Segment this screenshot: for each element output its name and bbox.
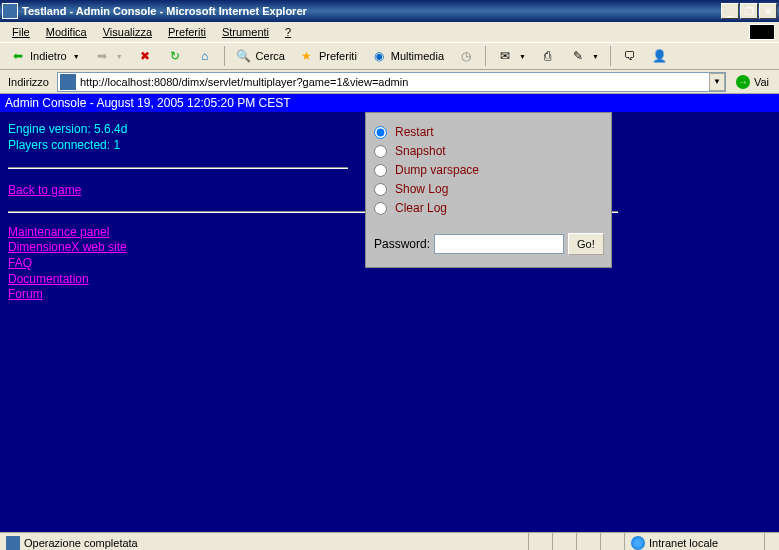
messenger-button[interactable]: 👤 [646, 45, 674, 67]
refresh-icon: ↻ [167, 48, 183, 64]
go-icon: → [736, 75, 750, 89]
address-bar: Indirizzo http://localhost:8080/dimx/ser… [0, 70, 779, 94]
zone-text: Intranet locale [649, 537, 718, 549]
radio-showlog[interactable]: Show Log [374, 182, 603, 196]
media-button[interactable]: ◉Multimedia [365, 45, 450, 67]
search-icon: 🔍 [236, 48, 252, 64]
password-label: Password: [374, 237, 430, 251]
ie-logo [749, 24, 775, 40]
menu-favorites[interactable]: Preferiti [160, 24, 214, 40]
chevron-down-icon: ▼ [592, 53, 599, 60]
menubar: File Modifica Visualizza Preferiti Strum… [0, 22, 779, 42]
radio-snapshot[interactable]: Snapshot [374, 144, 603, 158]
status-pane [601, 533, 625, 550]
statusbar: Operazione completata Intranet locale [0, 532, 779, 550]
chevron-down-icon: ▼ [73, 53, 80, 60]
mail-button[interactable]: ✉▼ [491, 45, 532, 67]
close-button[interactable]: ✕ [759, 3, 777, 19]
page-title: Admin Console - August 19, 2005 12:05:20… [0, 94, 779, 112]
address-label: Indirizzo [4, 76, 53, 88]
menu-view[interactable]: Visualizza [95, 24, 160, 40]
radio-snapshot-input[interactable] [374, 145, 387, 158]
menu-tools[interactable]: Strumenti [214, 24, 277, 40]
password-row: Password: Go! [374, 233, 603, 255]
window-title: Testland - Admin Console - Microsoft Int… [22, 5, 721, 17]
media-icon: ◉ [371, 48, 387, 64]
maintenance-link[interactable]: Maintenance panel [8, 225, 109, 241]
maximize-button[interactable]: ❐ [740, 3, 758, 19]
search-button[interactable]: 🔍Cerca [230, 45, 291, 67]
toolbar: ⬅ Indietro ▼ ➡ ▼ ✖ ↻ ⌂ 🔍Cerca ★Preferiti… [0, 42, 779, 70]
home-icon: ⌂ [197, 48, 213, 64]
address-url[interactable]: http://localhost:8080/dimx/servlet/multi… [78, 76, 709, 88]
ie-icon [2, 3, 18, 19]
forward-arrow-icon: ➡ [94, 48, 110, 64]
radio-restart-input[interactable] [374, 126, 387, 139]
address-combobox[interactable]: http://localhost:8080/dimx/servlet/multi… [57, 72, 726, 92]
print-icon: ⎙ [540, 48, 556, 64]
minimize-button[interactable]: _ [721, 3, 739, 19]
go-button[interactable]: → Vai [730, 73, 775, 91]
zone-icon [631, 536, 645, 550]
radio-dump-input[interactable] [374, 164, 387, 177]
history-button[interactable]: ◷ [452, 45, 480, 67]
refresh-button[interactable]: ↻ [161, 45, 189, 67]
print-button[interactable]: ⎙ [534, 45, 562, 67]
back-button[interactable]: ⬅ Indietro ▼ [4, 45, 86, 67]
discuss-button[interactable]: 🗨 [616, 45, 644, 67]
messenger-icon: 👤 [652, 48, 668, 64]
stop-icon: ✖ [137, 48, 153, 64]
status-pane [577, 533, 601, 550]
status-pane [553, 533, 577, 550]
page-icon [60, 74, 76, 90]
forum-link[interactable]: Forum [8, 287, 43, 303]
divider [8, 167, 348, 169]
status-main: Operazione completata [0, 533, 529, 550]
chevron-down-icon: ▼ [519, 53, 526, 60]
edit-icon: ✎ [570, 48, 586, 64]
radio-clearlog[interactable]: Clear Log [374, 201, 603, 215]
menu-edit[interactable]: Modifica [38, 24, 95, 40]
back-to-game-link[interactable]: Back to game [8, 183, 81, 199]
ie-icon [6, 536, 20, 550]
forward-button[interactable]: ➡ ▼ [88, 45, 129, 67]
menu-help[interactable]: ? [277, 24, 299, 40]
status-text: Operazione completata [24, 537, 138, 549]
radio-dump[interactable]: Dump varspace [374, 163, 603, 177]
star-icon: ★ [299, 48, 315, 64]
action-panel: Restart Snapshot Dump varspace Show Log … [365, 112, 612, 268]
history-icon: ◷ [458, 48, 474, 64]
mail-icon: ✉ [497, 48, 513, 64]
discuss-icon: 🗨 [622, 48, 638, 64]
edit-button[interactable]: ✎▼ [564, 45, 605, 67]
chevron-down-icon: ▼ [116, 53, 123, 60]
window-controls: _ ❐ ✕ [721, 3, 777, 19]
radio-clearlog-input[interactable] [374, 202, 387, 215]
website-link[interactable]: DimensioneX web site [8, 240, 127, 256]
status-pane [529, 533, 553, 550]
radio-restart[interactable]: Restart [374, 125, 603, 139]
docs-link[interactable]: Documentation [8, 272, 89, 288]
password-field[interactable] [434, 234, 564, 254]
status-zone: Intranet locale [625, 533, 765, 550]
content-area: Admin Console - August 19, 2005 12:05:20… [0, 94, 779, 532]
go-action-button[interactable]: Go! [568, 233, 604, 255]
favorites-button[interactable]: ★Preferiti [293, 45, 363, 67]
home-button[interactable]: ⌂ [191, 45, 219, 67]
radio-showlog-input[interactable] [374, 183, 387, 196]
stop-button[interactable]: ✖ [131, 45, 159, 67]
back-arrow-icon: ⬅ [10, 48, 26, 64]
menu-file[interactable]: File [4, 24, 38, 40]
window-titlebar: Testland - Admin Console - Microsoft Int… [0, 0, 779, 22]
chevron-down-icon[interactable]: ▼ [709, 73, 725, 91]
faq-link[interactable]: FAQ [8, 256, 32, 272]
